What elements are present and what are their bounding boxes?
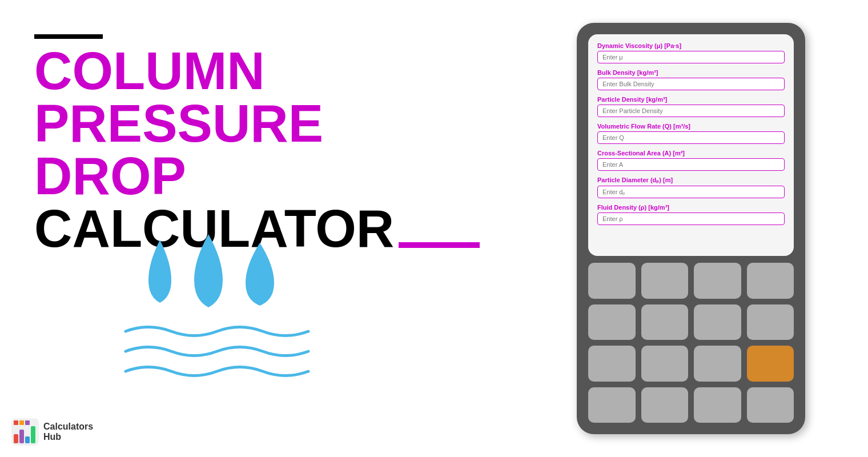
key-0[interactable] [588, 263, 636, 299]
title-line2-part1: PRESSURE DROP [34, 97, 480, 202]
field-input-particle-density[interactable] [597, 105, 785, 117]
title-underline-decoration [399, 242, 480, 248]
logo-hub: Hub [43, 432, 93, 442]
key-10[interactable] [694, 346, 741, 382]
field-group-dynamic-viscosity: Dynamic Viscosity (μ) [Pa·s] [597, 42, 785, 63]
key-8[interactable] [588, 346, 636, 382]
svg-rect-4 [31, 426, 35, 443]
field-label-particle-diameter: Particle Diameter (dₚ) [m] [597, 177, 785, 184]
field-group-particle-diameter: Particle Diameter (dₚ) [m] [597, 177, 785, 198]
key-2[interactable] [694, 263, 741, 299]
field-label-fluid-density: Fluid Density (ρ) [kg/m³] [597, 204, 785, 211]
logo-icon [11, 418, 39, 446]
field-input-fluid-density[interactable] [597, 213, 785, 225]
logo-text: Calculators Hub [43, 422, 93, 442]
key-5[interactable] [641, 304, 689, 340]
logo-calculators: Calculators [43, 422, 93, 432]
key-7[interactable] [747, 304, 794, 340]
svg-rect-5 [14, 420, 18, 425]
key-14[interactable] [694, 387, 741, 423]
key-12[interactable] [588, 387, 636, 423]
field-label-cross-sectional-area: Cross-Sectional Area (A) [m²] [597, 150, 785, 157]
field-input-particle-diameter[interactable] [597, 186, 785, 198]
field-group-cross-sectional-area: Cross-Sectional Area (A) [m²] [597, 150, 785, 171]
key-3[interactable] [747, 263, 794, 299]
title-decoration-line [34, 34, 103, 39]
field-input-bulk-density[interactable] [597, 78, 785, 90]
left-section: COLUMN PRESSURE DROP CALCULATOR [0, 0, 514, 457]
svg-rect-3 [25, 436, 30, 443]
key-13[interactable] [641, 387, 689, 423]
field-input-volumetric-flow-rate[interactable] [597, 131, 785, 144]
svg-rect-7 [25, 420, 30, 425]
key-11[interactable] [747, 346, 794, 382]
svg-rect-2 [19, 430, 24, 443]
water-illustration [114, 228, 331, 400]
key-4[interactable] [588, 304, 636, 340]
right-section: Dynamic Viscosity (μ) [Pa·s]Bulk Density… [514, 0, 868, 457]
key-6[interactable] [694, 304, 741, 340]
key-9[interactable] [641, 346, 689, 382]
field-group-fluid-density: Fluid Density (ρ) [kg/m³] [597, 204, 785, 225]
calculator-keypad [588, 263, 794, 423]
field-label-bulk-density: Bulk Density [kg/m³] [597, 69, 785, 76]
field-label-dynamic-viscosity: Dynamic Viscosity (μ) [Pa·s] [597, 42, 785, 49]
calculator-body: Dynamic Viscosity (μ) [Pa·s]Bulk Density… [577, 23, 805, 434]
title-block: COLUMN PRESSURE DROP CALCULATOR [34, 34, 480, 255]
field-label-particle-density: Particle Density [kg/m³] [597, 96, 785, 103]
calculator-screen: Dynamic Viscosity (μ) [Pa·s]Bulk Density… [588, 34, 794, 256]
field-group-particle-density: Particle Density [kg/m³] [597, 96, 785, 117]
svg-rect-1 [14, 434, 18, 443]
key-15[interactable] [747, 387, 794, 423]
field-input-dynamic-viscosity[interactable] [597, 51, 785, 63]
key-1[interactable] [641, 263, 689, 299]
logo-area: Calculators Hub [11, 418, 93, 446]
field-input-cross-sectional-area[interactable] [597, 158, 785, 171]
field-group-volumetric-flow-rate: Volumetric Flow Rate (Q) [m³/s] [597, 123, 785, 144]
title-line1: COLUMN [34, 45, 480, 97]
field-group-bulk-density: Bulk Density [kg/m³] [597, 69, 785, 90]
field-label-volumetric-flow-rate: Volumetric Flow Rate (Q) [m³/s] [597, 123, 785, 130]
svg-rect-6 [19, 420, 24, 425]
